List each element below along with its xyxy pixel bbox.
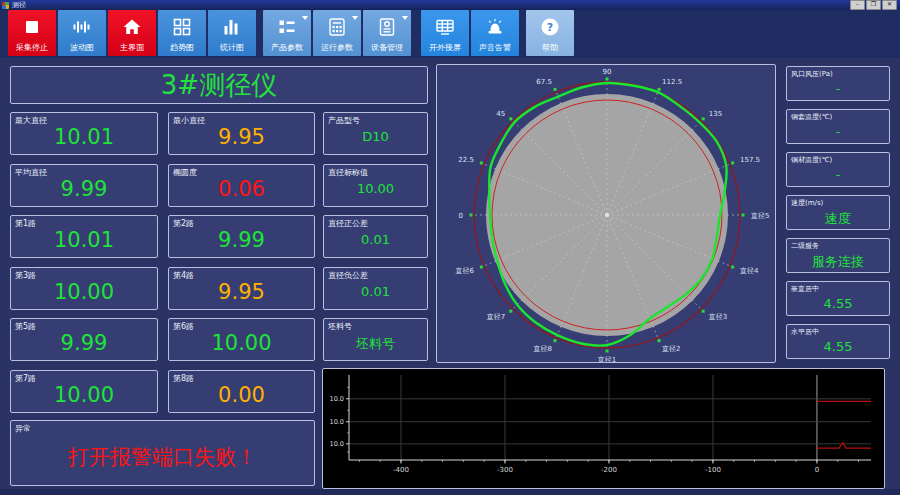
toolbar-button-label: 产品参数	[271, 43, 303, 52]
field-label: 速度(m/s)	[791, 198, 823, 208]
svg-text:直径4: 直径4	[740, 267, 759, 275]
svg-text:10.0: 10.0	[330, 440, 344, 448]
svg-text:直径1: 直径1	[598, 356, 616, 363]
measurement-column-1: 最大直径10.01平均直径9.99第1路10.01第3路10.00第5路9.99…	[10, 112, 158, 413]
toolbar-button-声音告警[interactable]: 声音告警	[471, 10, 519, 56]
svg-text:-300: -300	[497, 466, 513, 474]
toolbar-button-设备管理[interactable]: 设备管理	[363, 10, 411, 56]
field-value: 9.95	[169, 280, 314, 304]
toolbar-button-开外接屏[interactable]: 开外接屏	[421, 10, 469, 56]
toolbar-button-趋势图[interactable]: 趋势图	[158, 10, 206, 56]
toolbar-button-主界面[interactable]: 主界面	[108, 10, 156, 56]
field-直径正公差: 直径正公差0.01	[323, 215, 428, 258]
field-label: 坯料号	[328, 321, 352, 332]
toolbar-button-帮助[interactable]: ?帮助	[526, 10, 574, 56]
field-直径负公差: 直径负公差0.01	[323, 267, 428, 310]
field-label: 直径正公差	[328, 218, 368, 229]
product-params-icon	[276, 16, 298, 38]
field-第7路: 第7路10.00	[10, 370, 158, 413]
field-直径标称值: 直径标称值10.00	[323, 164, 428, 207]
toolbar-button-label: 开外接屏	[429, 43, 461, 52]
parameter-column: 产品型号D10直径标称值10.00直径正公差0.01直径负公差0.01坯料号坯料…	[323, 112, 428, 361]
window-title: 测径	[12, 0, 26, 10]
field-label: 直径负公差	[328, 270, 368, 281]
toolbar-button-波动图[interactable]: 波动图	[58, 10, 106, 56]
field-value: 服务连接	[787, 253, 889, 271]
toolbar-button-label: 运行参数	[321, 43, 353, 52]
field-value: 速度	[787, 210, 889, 228]
close-button[interactable]: ✕	[882, 0, 897, 10]
toolbar-button-label: 趋势图	[170, 43, 194, 52]
field-平均直径: 平均直径9.99	[10, 164, 158, 207]
chevron-down-icon	[352, 16, 359, 21]
field-value: -	[787, 167, 889, 182]
help-icon: ?	[539, 16, 561, 38]
field-水平居中: 水平居中4.55	[786, 324, 890, 359]
wave-icon	[71, 16, 93, 38]
field-value: 4.55	[787, 339, 889, 354]
svg-text:0: 0	[815, 466, 819, 474]
toolbar-button-label: 统计图	[220, 43, 244, 52]
toolbar-button-label: 设备管理	[371, 43, 403, 52]
field-label: 铜套温度(℃)	[791, 112, 832, 122]
field-value: 9.99	[11, 177, 157, 201]
field-第2路: 第2路9.99	[168, 215, 315, 258]
title-bar: 测径 – ❐ ✕	[0, 0, 900, 10]
field-value: 10.00	[11, 383, 157, 407]
field-二级服务: 二级服务服务连接	[786, 238, 890, 273]
field-value: 10.00	[324, 181, 427, 196]
field-value: 4.55	[787, 296, 889, 311]
polar-profile-panel: 90112.5135157.5直径5直径4直径3直径2直径1直径8直径7直径60…	[436, 64, 776, 363]
app-icon	[2, 2, 9, 9]
field-第5路: 第5路9.99	[10, 318, 158, 361]
status-column: 风口风压(Pa)-铜套温度(℃)-铜材温度(℃)-速度(m/s)速度二级服务服务…	[786, 66, 890, 359]
field-label: 直径标称值	[328, 167, 368, 178]
svg-text:直径7: 直径7	[487, 313, 505, 321]
field-value: 0.00	[169, 383, 314, 407]
alarm-box: 异常 打开报警端口失败！	[10, 420, 315, 486]
field-坯料号: 坯料号坯料号	[323, 318, 428, 361]
diameter-gauge-window: 测径 – ❐ ✕ 采集停止波动图主界面趋势图统计图产品参数运行参数设备管理开外接…	[0, 0, 900, 495]
toolbar-button-产品参数[interactable]: 产品参数	[263, 10, 311, 56]
field-value: 10.01	[11, 228, 157, 252]
toolbar-button-统计图[interactable]: 统计图	[208, 10, 256, 56]
field-第3路: 第3路10.00	[10, 267, 158, 310]
maximize-button[interactable]: ❐	[866, 0, 881, 10]
toolbar-button-采集停止[interactable]: 采集停止	[8, 10, 56, 56]
alarm-label: 异常	[15, 423, 31, 434]
svg-text:10.0: 10.0	[330, 395, 344, 403]
lower-tolerance-line	[817, 443, 871, 449]
svg-text:22.5: 22.5	[458, 156, 474, 164]
chevron-down-icon	[402, 16, 409, 21]
field-label: 铜材温度(℃)	[791, 155, 832, 165]
chevron-down-icon	[302, 16, 309, 21]
field-第8路: 第8路0.00	[168, 370, 315, 413]
toolbar-button-运行参数[interactable]: 运行参数	[313, 10, 361, 56]
field-风口风压(Pa): 风口风压(Pa)-	[786, 66, 890, 101]
field-label: 二级服务	[791, 241, 819, 251]
toolbar-button-label: 波动图	[70, 43, 94, 52]
toolbar-button-label: 帮助	[542, 43, 558, 52]
toolbar-button-label: 采集停止	[16, 43, 48, 52]
minimize-button[interactable]: –	[850, 0, 865, 10]
sound-alarm-icon	[484, 16, 506, 38]
field-椭圆度: 椭圆度0.06	[168, 164, 315, 207]
field-value: D10	[324, 129, 427, 144]
field-label: 产品型号	[328, 115, 360, 126]
field-最大直径: 最大直径10.01	[10, 112, 158, 155]
field-速度(m/s): 速度(m/s)速度	[786, 195, 890, 230]
field-value: 0.06	[169, 177, 314, 201]
svg-text:135: 135	[709, 110, 722, 118]
multiview-icon	[171, 16, 193, 38]
field-label: 垂直居中	[791, 284, 819, 294]
field-label: 风口风压(Pa)	[791, 69, 833, 79]
trend-chart: 10.010.010.0-400-300-200-1000	[323, 369, 884, 488]
svg-text:67.5: 67.5	[536, 78, 552, 86]
field-value: 10.00	[11, 280, 157, 304]
svg-text:直径6: 直径6	[455, 267, 474, 275]
stop-icon	[21, 16, 43, 38]
field-value: 10.01	[11, 125, 157, 149]
field-第6路: 第6路10.00	[168, 318, 315, 361]
svg-text:直径5: 直径5	[751, 212, 769, 220]
field-value: 9.99	[169, 228, 314, 252]
